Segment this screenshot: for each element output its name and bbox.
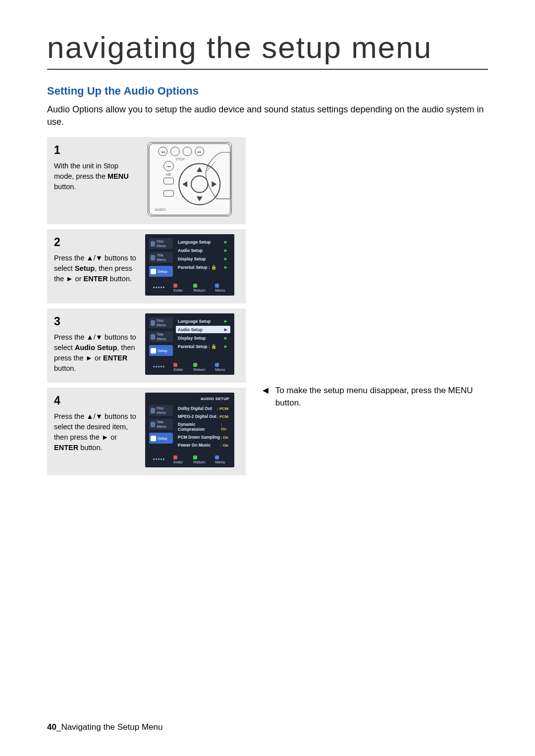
side-title-menu: Title Menu	[149, 331, 173, 342]
page-footer: 40_Navigating the Setup Menu	[47, 722, 162, 732]
step-3: 3 Press the ▲/▼ buttons to select Audio …	[47, 308, 246, 383]
section-heading: Setting Up the Audio Options	[47, 85, 488, 98]
audio-row-2: Dynamic Compression: On	[176, 421, 230, 433]
step-1: 1 With the unit in Stop mode, press the …	[47, 137, 246, 224]
step-number: 2	[54, 234, 137, 251]
step-body: With the unit in Stop mode, press the ME…	[54, 161, 137, 192]
key-return: Return	[193, 455, 208, 464]
step-1-text: 1 With the unit in Stop mode, press the …	[54, 142, 137, 216]
step-4-text: 4 Press the ▲/▼ buttons to select the de…	[54, 393, 137, 467]
key-menu: Menu	[215, 455, 228, 464]
footer-label: _Navigating the Setup Menu	[56, 722, 163, 732]
step-3-text: 3 Press the ▲/▼ buttons to select Audio …	[54, 313, 137, 375]
page-number: 40	[47, 722, 56, 732]
step-number: 3	[54, 313, 137, 330]
audio-row-4: Power On Music: On	[176, 442, 230, 449]
side-setup: Setup	[149, 266, 173, 277]
svg-text:◂◂: ◂◂	[161, 150, 165, 153]
svg-text:AUDIO: AUDIO	[155, 208, 166, 212]
key-menu: Menu	[215, 363, 228, 372]
step-3-figure: Disc Menu Title Menu Setup Language Setu…	[145, 313, 234, 375]
key-menu: Menu	[215, 284, 228, 293]
step-2: 2 Press the ▲/▼ buttons to select Setup,…	[47, 229, 246, 303]
key-enter: Enter	[173, 284, 186, 293]
stop-label: STOP	[175, 157, 185, 161]
key-enter: Enter	[173, 455, 186, 464]
osd-screen-step4: AUDIO SETUP Disc Menu Title Menu Setup D…	[145, 393, 234, 467]
step-body: Press the ▲/▼ buttons to select Setup, t…	[54, 253, 137, 284]
step-body: Press the ▲/▼ buttons to select Audio Se…	[54, 332, 137, 374]
step-2-text: 2 Press the ▲/▼ buttons to select Setup,…	[54, 234, 137, 296]
osd-screen-step3: Disc Menu Title Menu Setup Language Setu…	[145, 313, 234, 375]
page: navigating the setup menu Setting Up the…	[0, 0, 535, 756]
menu-item-parental: Parental Setup : 🔒►	[176, 263, 230, 271]
step-4: 4 Press the ▲/▼ buttons to select the de…	[47, 388, 246, 475]
page-title: navigating the setup menu	[47, 30, 488, 70]
side-title-menu: Title Menu	[149, 252, 173, 263]
side-title-menu: Title Menu	[149, 419, 173, 430]
key-enter: Enter	[173, 363, 186, 372]
svg-text:▸▸: ▸▸	[198, 150, 202, 153]
lock-icon: 🔒	[211, 265, 216, 270]
remote-control-illustration: ◂◂ ▸▸ I◂◂ STOP ME	[148, 142, 232, 216]
side-disc-menu: Disc Menu	[149, 238, 173, 249]
osd-screen-step2: Disc Menu Title Menu Setup Language Setu…	[145, 234, 234, 296]
menu-item-language: Language Setup►	[176, 317, 230, 325]
side-disc-menu: Disc Menu	[149, 317, 173, 328]
step-4-figure: AUDIO SETUP Disc Menu Title Menu Setup D…	[145, 393, 234, 467]
intro-paragraph: Audio Options allow you to setup the aud…	[47, 103, 488, 128]
side-disc-menu: Disc Menu	[149, 405, 173, 416]
step-number: 4	[54, 393, 137, 409]
side-setup: Setup	[149, 433, 173, 444]
audio-row-3: PCM Down Sampling: On	[176, 434, 230, 441]
tip-text: To make the setup menu disappear, press …	[275, 385, 488, 409]
content-row: 1 With the unit in Stop mode, press the …	[47, 137, 488, 480]
dots-icon	[149, 458, 168, 460]
step-1-figure: ◂◂ ▸▸ I◂◂ STOP ME	[145, 142, 234, 216]
menu-item-display: Display Setup►	[176, 255, 230, 262]
side-setup: Setup	[149, 345, 173, 356]
tip-note: ◄ To make the setup menu disappear, pres…	[261, 385, 488, 409]
menu-item-parental: Parental Setup : 🔒►	[176, 343, 230, 350]
menu-item-language: Language Setup►	[176, 238, 230, 246]
step-body: Press the ▲/▼ buttons to select the desi…	[54, 411, 137, 453]
osd-header: AUDIO SETUP	[149, 397, 230, 402]
svg-text:ME: ME	[166, 173, 171, 177]
menu-item-audio: Audio Setup►	[176, 247, 230, 254]
key-return: Return	[193, 363, 208, 372]
svg-text:I◂◂: I◂◂	[167, 165, 171, 168]
menu-item-audio-highlight: Audio Setup►	[176, 326, 230, 333]
key-return: Return	[193, 284, 208, 293]
dots-icon	[149, 366, 168, 367]
audio-row-0: Dolby Digital Out: PCM	[176, 405, 230, 412]
tip-arrow-icon: ◄	[261, 385, 270, 409]
menu-item-display: Display Setup►	[176, 334, 230, 342]
dots-icon	[149, 287, 168, 288]
lock-icon: 🔒	[211, 344, 216, 349]
steps-column: 1 With the unit in Stop mode, press the …	[47, 137, 246, 480]
step-number: 1	[54, 142, 137, 158]
audio-row-1: MPEG-2 Digital Out: PCM	[176, 413, 230, 420]
step-2-figure: Disc Menu Title Menu Setup Language Setu…	[145, 234, 234, 296]
